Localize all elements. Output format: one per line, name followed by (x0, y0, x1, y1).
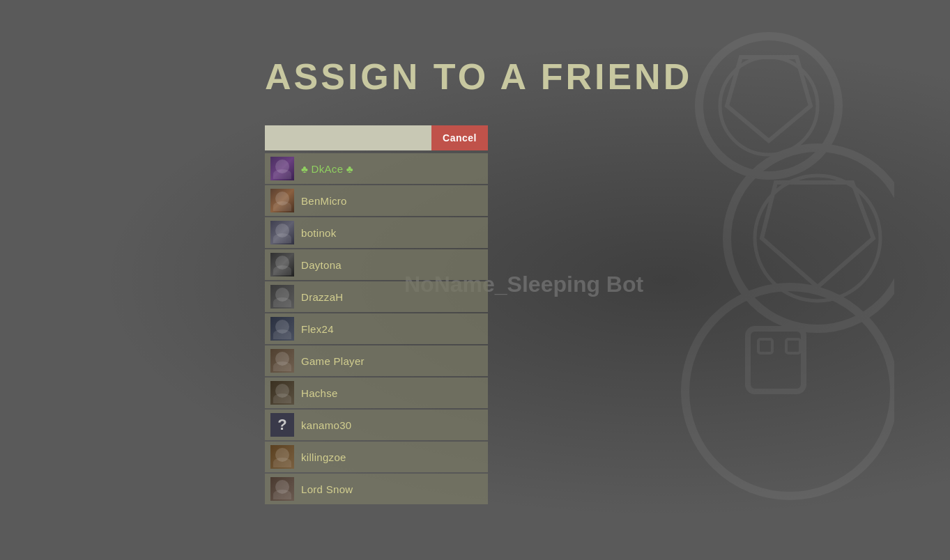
friend-name-daytona: Daytona (301, 259, 342, 271)
avatar-icon (270, 445, 294, 469)
friend-item-killingzoe[interactable]: killingzoe (265, 442, 488, 472)
friend-avatar-benmicro (270, 189, 294, 212)
friend-name-kanamo30: kanamo30 (301, 419, 351, 431)
avatar-icon (270, 381, 294, 405)
friend-name-dkace: ♣ DkAce ♣ (301, 163, 353, 175)
friend-avatar-gameplayer (270, 349, 294, 373)
friend-item-flex24[interactable]: Flex24 (265, 313, 488, 344)
avatar-icon (270, 221, 294, 244)
friend-name-lordsnow: Lord Snow (301, 483, 353, 495)
friend-name-benmicro: BenMicro (301, 195, 347, 207)
cancel-button[interactable]: Cancel (431, 125, 488, 150)
friend-avatar-botinok (270, 221, 294, 244)
friend-item-benmicro[interactable]: BenMicro (265, 185, 488, 216)
avatar-icon (270, 253, 294, 277)
friend-item-lordsnow[interactable]: Lord Snow (265, 474, 488, 504)
friend-item-hachse[interactable]: Hachse (265, 378, 488, 408)
friend-item-botinok[interactable]: botinok (265, 217, 488, 248)
friend-name-killingzoe: killingzoe (301, 451, 346, 463)
friend-avatar-drazzah (270, 285, 294, 309)
avatar-icon (270, 285, 294, 309)
friend-name-botinok: botinok (301, 227, 336, 239)
friend-item-kanamo30[interactable]: ?kanamo30 (265, 410, 488, 440)
friend-avatar-lordsnow (270, 477, 294, 501)
avatar-icon (270, 349, 294, 373)
friend-item-daytona[interactable]: Daytona (265, 249, 488, 280)
avatar-icon (270, 477, 294, 501)
friend-avatar-flex24 (270, 317, 294, 341)
friend-name-gameplayer: Game Player (301, 355, 365, 367)
friend-item-drazzah[interactable]: DrazzaH (265, 281, 488, 312)
avatar-icon (270, 157, 294, 180)
friend-item-dkace[interactable]: ♣ DkAce ♣ (265, 153, 488, 184)
friend-avatar-hachse (270, 381, 294, 405)
friend-avatar-kanamo30: ? (270, 413, 294, 437)
friend-name-drazzah: DrazzaH (301, 291, 343, 303)
search-input[interactable] (265, 125, 431, 150)
assign-friend-dialog: Cancel ♣ DkAce ♣BenMicrobotinokDaytonaDr… (265, 125, 488, 504)
friend-avatar-killingzoe (270, 445, 294, 469)
friends-list: ♣ DkAce ♣BenMicrobotinokDaytonaDrazzaHFl… (265, 153, 488, 504)
avatar-icon (270, 189, 294, 212)
friend-name-flex24: Flex24 (301, 323, 334, 335)
friend-item-gameplayer[interactable]: Game Player (265, 345, 488, 376)
search-row: Cancel (265, 125, 488, 150)
page-title: ASSIGN TO A FRIEND (265, 56, 950, 98)
friend-avatar-dkace (270, 157, 294, 180)
avatar-icon (270, 317, 294, 341)
friend-avatar-daytona (270, 253, 294, 277)
friend-name-hachse: Hachse (301, 387, 338, 399)
